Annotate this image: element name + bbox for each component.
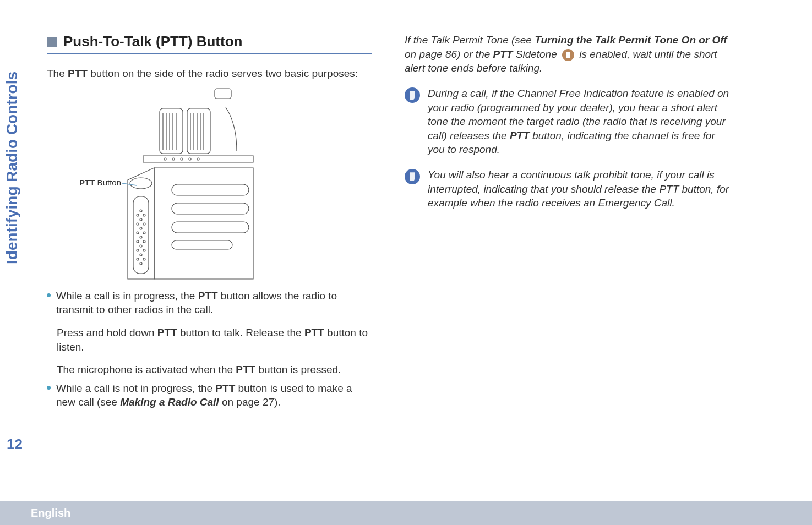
sidebar-chapter-label: Identifying Radio Controls xyxy=(3,72,21,264)
text: You will also hear a continuous talk pro… xyxy=(428,169,729,209)
svg-rect-39 xyxy=(172,184,249,195)
footer-language: English xyxy=(31,507,70,519)
svg-point-23 xyxy=(140,236,142,238)
text-bold-italic: Making a Radio Call xyxy=(120,396,219,408)
svg-rect-19 xyxy=(133,196,149,274)
page-number: 12 xyxy=(7,436,23,453)
radio-illustration xyxy=(110,85,308,283)
text: button is pressed. xyxy=(255,364,341,375)
note-block: You will also hear a continuous talk pro… xyxy=(405,168,729,210)
note-block: During a call, if the Channel Free Indic… xyxy=(405,86,729,157)
note-icon xyxy=(405,88,420,103)
svg-point-26 xyxy=(140,262,142,265)
svg-point-16 xyxy=(189,158,191,160)
list-item: While a call is not in progress, the PTT… xyxy=(47,381,372,409)
sidetone-icon xyxy=(562,49,574,61)
text: Sidetone xyxy=(513,48,560,60)
text: The microphone is activated when the xyxy=(57,364,236,375)
left-column: Push-To-Talk (PTT) Button The PTT button… xyxy=(47,28,372,415)
text-bold: PTT xyxy=(215,382,235,394)
figure-caption: PTT Button xyxy=(55,178,121,187)
svg-point-14 xyxy=(172,158,175,160)
svg-point-30 xyxy=(143,223,145,225)
page: Identifying Radio Controls 12 English Pu… xyxy=(0,0,812,525)
paragraph-italic: If the Talk Permit Tone (see Turning the… xyxy=(405,33,729,75)
svg-rect-41 xyxy=(172,222,249,233)
text: button on the side of the radio serves t… xyxy=(88,68,358,79)
svg-point-28 xyxy=(143,214,145,216)
svg-point-18 xyxy=(130,178,152,189)
svg-point-20 xyxy=(140,210,142,212)
svg-point-17 xyxy=(197,158,199,160)
svg-point-31 xyxy=(137,232,139,234)
paragraph: Press and hold down PTT button to talk. … xyxy=(57,326,372,354)
figure-container: PTT Button xyxy=(47,85,372,286)
text-bold: PTT xyxy=(79,178,95,187)
text-bold: PTT xyxy=(304,327,324,338)
section-marker-icon xyxy=(47,37,57,47)
list-item: While a call is in progress, the PTT but… xyxy=(47,289,372,317)
text-bold: PTT xyxy=(157,327,177,338)
text: While a call is in progress, the xyxy=(56,290,198,302)
svg-point-36 xyxy=(143,249,145,251)
svg-line-43 xyxy=(122,183,137,185)
text: If the Talk Permit Tone (see xyxy=(405,34,535,46)
text: on page 27). xyxy=(219,396,281,408)
text: Press and hold down xyxy=(57,327,157,338)
svg-point-37 xyxy=(137,258,139,260)
bullet-list: While a call is not in progress, the PTT… xyxy=(47,381,372,409)
svg-point-22 xyxy=(140,227,142,229)
paragraph: The microphone is activated when the PTT… xyxy=(57,363,372,377)
svg-point-27 xyxy=(137,214,139,216)
svg-point-34 xyxy=(143,240,145,243)
svg-point-32 xyxy=(143,232,145,234)
svg-point-35 xyxy=(137,249,139,251)
right-column: If the Talk Permit Tone (see Turning the… xyxy=(405,28,729,415)
text-bold: PTT xyxy=(236,364,255,375)
text: Button xyxy=(95,178,121,187)
svg-rect-42 xyxy=(172,240,232,249)
note-text: You will also hear a continuous talk pro… xyxy=(428,168,729,210)
text-bold: PTT xyxy=(198,290,218,302)
section-title: Push-To-Talk (PTT) Button xyxy=(63,33,242,50)
text-bold-italic: PTT xyxy=(493,48,513,60)
text-bold-italic: PTT xyxy=(510,130,530,141)
radio-figure: PTT Button xyxy=(110,85,308,286)
svg-point-33 xyxy=(137,240,139,243)
section-header: Push-To-Talk (PTT) Button xyxy=(47,33,372,50)
svg-point-25 xyxy=(140,254,142,256)
text: The xyxy=(47,68,68,79)
svg-point-29 xyxy=(137,223,139,225)
text-bold: PTT xyxy=(68,68,88,79)
svg-point-21 xyxy=(140,218,142,221)
text: While a call is not in progress, the xyxy=(56,382,215,394)
svg-point-15 xyxy=(181,158,183,160)
bullet-icon xyxy=(47,293,51,297)
note-text: During a call, if the Channel Free Indic… xyxy=(428,86,729,157)
note-icon xyxy=(405,169,420,184)
section-underline xyxy=(47,53,372,54)
footer-bar xyxy=(0,501,812,525)
svg-rect-40 xyxy=(172,203,249,214)
text: on page 86) or the xyxy=(405,48,493,60)
text: button to talk. Release the xyxy=(177,327,304,338)
text-bold-italic: Turning the Talk Permit Tone On or Off xyxy=(535,34,727,46)
svg-point-38 xyxy=(143,258,145,260)
intro-paragraph: The PTT button on the side of the radio … xyxy=(47,67,372,81)
svg-point-13 xyxy=(164,158,166,160)
svg-point-24 xyxy=(140,245,142,247)
bullet-list: While a call is in progress, the PTT but… xyxy=(47,289,372,317)
bullet-icon xyxy=(47,386,51,390)
svg-rect-0 xyxy=(215,89,231,99)
